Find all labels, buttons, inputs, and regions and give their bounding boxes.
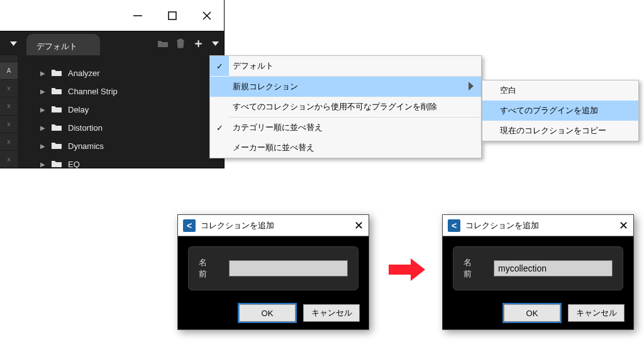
- menu-item-label: メーカー順に並べ替え: [233, 142, 314, 153]
- tree-item[interactable]: ▶ Channel Strip: [18, 82, 224, 101]
- collection-toolbar: デフォルト ＋: [0, 31, 224, 55]
- add-collection-button[interactable]: ＋: [192, 35, 204, 52]
- tree-item-label: Distortion: [68, 123, 103, 133]
- folder-icon: [52, 141, 62, 151]
- tree-item[interactable]: ▶ Delay: [18, 101, 224, 119]
- tree-item[interactable]: ▶ Dynamics: [18, 137, 224, 155]
- submenu-item-add-all-plugins[interactable]: すべてのプラグインを追加: [482, 101, 638, 121]
- app-icon: <: [183, 219, 196, 232]
- tree-item-label: EQ: [68, 160, 80, 169]
- add-collection-dialog-before: < コレクションを追加 ✕ 名前 OK キャンセル: [177, 214, 369, 330]
- folder-icon: [52, 69, 62, 78]
- trash-icon[interactable]: [176, 38, 185, 48]
- expand-icon: ▶: [40, 161, 45, 168]
- tree-item[interactable]: ▶ Distortion: [18, 119, 224, 137]
- name-field-label: 名前: [464, 257, 475, 280]
- menu-item-new-collection[interactable]: 新規コレクション: [210, 77, 481, 97]
- window-close-button[interactable]: [189, 0, 224, 31]
- submenu-item-blank[interactable]: 空白: [482, 80, 638, 101]
- plugin-manager-panel: デフォルト ＋ A x x x x x ▶ Analyzer: [0, 0, 225, 168]
- window-maximize-button[interactable]: [155, 0, 189, 31]
- tree-item[interactable]: ▶ EQ: [18, 155, 224, 173]
- dialog-titlebar: < コレクションを追加 ✕: [443, 215, 633, 236]
- svg-rect-1: [169, 12, 176, 19]
- menu-item-default[interactable]: ✓ デフォルト: [210, 56, 481, 76]
- cancel-button[interactable]: キャンセル: [303, 304, 360, 322]
- svg-marker-5: [212, 41, 219, 46]
- new-collection-submenu: 空白 すべてのプラグインを追加 現在のコレクションをコピー: [482, 80, 639, 141]
- dialog-title: コレクションを追加: [465, 220, 539, 231]
- ok-button[interactable]: OK: [239, 304, 296, 322]
- plugin-category-tree: ▶ Analyzer ▶ Channel Strip ▶ Delay ▶ Dis…: [18, 55, 224, 168]
- submenu-arrow-icon: [469, 82, 474, 92]
- expand-icon: ▶: [40, 70, 45, 77]
- check-icon: ✓: [210, 56, 229, 76]
- menu-item-label: カテゴリー順に並べ替え: [233, 122, 323, 133]
- dialog-close-button[interactable]: ✕: [354, 219, 364, 233]
- menu-item-label: 新規コレクション: [233, 81, 298, 92]
- svg-marker-4: [10, 41, 17, 46]
- collection-name-input[interactable]: [494, 260, 613, 277]
- expand-icon: ▶: [40, 88, 45, 95]
- tree-item-label: Channel Strip: [68, 87, 118, 96]
- tree-item-label: Dynamics: [68, 141, 104, 151]
- collection-menu-button[interactable]: [212, 41, 219, 46]
- menu-item-sort-maker[interactable]: メーカー順に並べ替え: [210, 138, 481, 158]
- collection-context-menu: ✓ デフォルト 新規コレクション すべてのコレクションから使用不可なプラグインを…: [209, 55, 482, 158]
- menu-item-sort-category[interactable]: ✓ カテゴリー順に並べ替え: [210, 118, 481, 138]
- folder-icon: [52, 160, 62, 169]
- submenu-item-label: すべてのプラグインを追加: [500, 105, 598, 116]
- submenu-item-copy-current[interactable]: 現在のコレクションをコピー: [482, 121, 638, 141]
- app-icon: <: [448, 219, 460, 232]
- expand-icon: ▶: [40, 143, 45, 150]
- cancel-button[interactable]: キャンセル: [568, 304, 625, 322]
- folder-icon: [52, 105, 62, 114]
- dialog-titlebar: < コレクションを追加 ✕: [178, 215, 369, 236]
- check-icon: ✓: [210, 118, 229, 138]
- submenu-item-label: 空白: [500, 85, 516, 96]
- collection-name-input[interactable]: [229, 260, 348, 277]
- ok-button[interactable]: OK: [504, 304, 560, 322]
- expand-icon: ▶: [40, 124, 45, 131]
- dialog-close-button[interactable]: ✕: [619, 219, 628, 233]
- dialog-title: コレクションを追加: [201, 220, 274, 231]
- menu-item-label: デフォルト: [233, 60, 274, 72]
- svg-marker-7: [389, 258, 425, 281]
- svg-marker-6: [469, 82, 474, 90]
- tree-item-label: Delay: [68, 105, 89, 114]
- window-minimize-button[interactable]: [120, 0, 155, 31]
- folder-icon: [52, 87, 62, 96]
- window-titlebar: [0, 0, 224, 31]
- name-field-label: 名前: [199, 257, 210, 280]
- menu-item-remove-unavailable[interactable]: すべてのコレクションから使用不可なプラグインを削除: [210, 97, 481, 117]
- collection-dropdown-small[interactable]: [0, 31, 26, 55]
- category-left-strip: A x x x x x: [0, 55, 18, 168]
- menu-item-label: すべてのコレクションから使用不可なプラグインを削除: [233, 101, 437, 112]
- folder-icon: [52, 123, 62, 133]
- tree-item-label: Analyzer: [68, 69, 100, 78]
- collection-tab-default[interactable]: デフォルト: [26, 34, 100, 55]
- expand-icon: ▶: [40, 106, 45, 113]
- collection-tab-label: デフォルト: [36, 41, 77, 52]
- tree-item[interactable]: ▶ Analyzer: [18, 64, 224, 82]
- folder-icon[interactable]: [157, 39, 169, 48]
- flow-arrow-icon: [389, 257, 426, 282]
- submenu-item-label: 現在のコレクションをコピー: [500, 125, 606, 136]
- add-collection-dialog-after: < コレクションを追加 ✕ 名前 OK キャンセル: [442, 214, 634, 330]
